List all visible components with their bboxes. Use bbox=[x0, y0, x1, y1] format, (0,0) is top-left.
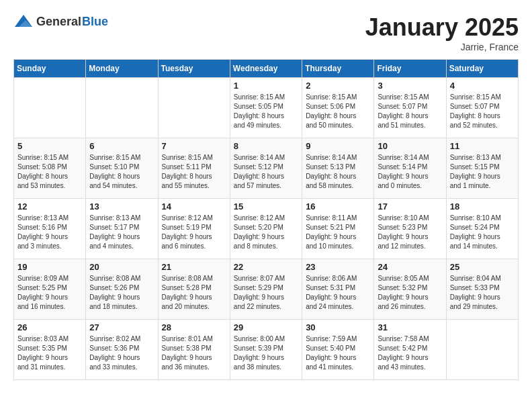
calendar-cell: 11Sunrise: 8:13 AM Sunset: 5:15 PM Dayli… bbox=[446, 138, 518, 199]
header: General Blue January 2025 Jarrie, France bbox=[13, 13, 519, 52]
day-info: Sunrise: 7:59 AM Sunset: 5:40 PM Dayligh… bbox=[306, 334, 370, 372]
week-row-4: 19Sunrise: 8:09 AM Sunset: 5:25 PM Dayli… bbox=[14, 259, 519, 320]
calendar-cell: 31Sunrise: 7:58 AM Sunset: 5:42 PM Dayli… bbox=[374, 320, 446, 380]
week-row-3: 12Sunrise: 8:13 AM Sunset: 5:16 PM Dayli… bbox=[14, 199, 519, 259]
day-number: 2 bbox=[306, 81, 370, 91]
calendar-cell: 12Sunrise: 8:13 AM Sunset: 5:16 PM Dayli… bbox=[14, 199, 86, 259]
header-row: SundayMondayTuesdayWednesdayThursdayFrid… bbox=[14, 60, 519, 78]
calendar-cell: 8Sunrise: 8:14 AM Sunset: 5:12 PM Daylig… bbox=[230, 138, 302, 199]
day-info: Sunrise: 8:12 AM Sunset: 5:19 PM Dayligh… bbox=[162, 214, 226, 251]
day-number: 13 bbox=[89, 201, 154, 212]
calendar-cell: 3Sunrise: 8:15 AM Sunset: 5:07 PM Daylig… bbox=[374, 78, 446, 138]
day-info: Sunrise: 8:10 AM Sunset: 5:24 PM Dayligh… bbox=[450, 214, 515, 251]
location: Jarrie, France bbox=[365, 42, 519, 52]
header-day-saturday: Saturday bbox=[446, 60, 518, 78]
calendar-cell: 20Sunrise: 8:08 AM Sunset: 5:26 PM Dayli… bbox=[86, 259, 158, 320]
day-info: Sunrise: 8:14 AM Sunset: 5:14 PM Dayligh… bbox=[378, 153, 442, 191]
day-info: Sunrise: 8:13 AM Sunset: 5:15 PM Dayligh… bbox=[450, 153, 515, 191]
calendar-cell: 19Sunrise: 8:09 AM Sunset: 5:25 PM Dayli… bbox=[14, 259, 86, 320]
calendar-cell: 9Sunrise: 8:14 AM Sunset: 5:13 PM Daylig… bbox=[302, 138, 374, 199]
day-info: Sunrise: 8:09 AM Sunset: 5:25 PM Dayligh… bbox=[17, 274, 82, 312]
calendar-cell: 26Sunrise: 8:03 AM Sunset: 5:35 PM Dayli… bbox=[14, 320, 86, 380]
day-info: Sunrise: 8:13 AM Sunset: 5:16 PM Dayligh… bbox=[17, 214, 82, 251]
day-info: Sunrise: 8:14 AM Sunset: 5:12 PM Dayligh… bbox=[234, 153, 298, 191]
calendar-cell: 30Sunrise: 7:59 AM Sunset: 5:40 PM Dayli… bbox=[302, 320, 374, 380]
header-day-tuesday: Tuesday bbox=[158, 60, 230, 78]
calendar-cell: 29Sunrise: 8:00 AM Sunset: 5:39 PM Dayli… bbox=[230, 320, 302, 380]
header-day-sunday: Sunday bbox=[14, 60, 86, 78]
logo: General Blue bbox=[13, 13, 108, 30]
day-info: Sunrise: 8:03 AM Sunset: 5:35 PM Dayligh… bbox=[17, 334, 82, 372]
day-number: 1 bbox=[234, 81, 298, 91]
calendar-cell: 14Sunrise: 8:12 AM Sunset: 5:19 PM Dayli… bbox=[158, 199, 230, 259]
logo-text-general: General bbox=[36, 15, 81, 29]
day-info: Sunrise: 8:07 AM Sunset: 5:29 PM Dayligh… bbox=[234, 274, 298, 312]
day-number: 21 bbox=[162, 262, 226, 272]
calendar-cell: 21Sunrise: 8:08 AM Sunset: 5:28 PM Dayli… bbox=[158, 259, 230, 320]
week-row-2: 5Sunrise: 8:15 AM Sunset: 5:08 PM Daylig… bbox=[14, 138, 519, 199]
day-number: 14 bbox=[162, 201, 226, 212]
day-number: 11 bbox=[450, 141, 515, 151]
day-info: Sunrise: 8:15 AM Sunset: 5:05 PM Dayligh… bbox=[234, 93, 298, 130]
calendar-cell: 2Sunrise: 8:15 AM Sunset: 5:06 PM Daylig… bbox=[302, 78, 374, 138]
title-area: January 2025 Jarrie, France bbox=[365, 13, 519, 52]
day-info: Sunrise: 8:15 AM Sunset: 5:07 PM Dayligh… bbox=[378, 93, 442, 130]
day-info: Sunrise: 8:02 AM Sunset: 5:36 PM Dayligh… bbox=[89, 334, 154, 372]
day-info: Sunrise: 8:15 AM Sunset: 5:08 PM Dayligh… bbox=[17, 153, 82, 191]
header-day-wednesday: Wednesday bbox=[230, 60, 302, 78]
day-info: Sunrise: 8:15 AM Sunset: 5:10 PM Dayligh… bbox=[89, 153, 154, 191]
day-number: 18 bbox=[450, 201, 515, 212]
day-number: 24 bbox=[378, 262, 442, 272]
calendar-cell: 28Sunrise: 8:01 AM Sunset: 5:38 PM Dayli… bbox=[158, 320, 230, 380]
day-number: 12 bbox=[17, 201, 82, 212]
calendar-cell: 6Sunrise: 8:15 AM Sunset: 5:10 PM Daylig… bbox=[86, 138, 158, 199]
month-title: January 2025 bbox=[365, 13, 519, 42]
day-number: 4 bbox=[450, 81, 515, 91]
day-number: 25 bbox=[450, 262, 515, 272]
day-number: 27 bbox=[89, 322, 154, 332]
day-info: Sunrise: 8:06 AM Sunset: 5:31 PM Dayligh… bbox=[306, 274, 370, 312]
day-number: 5 bbox=[17, 141, 82, 151]
calendar-cell: 16Sunrise: 8:11 AM Sunset: 5:21 PM Dayli… bbox=[302, 199, 374, 259]
day-info: Sunrise: 8:15 AM Sunset: 5:11 PM Dayligh… bbox=[162, 153, 226, 191]
day-number: 28 bbox=[162, 322, 226, 332]
day-info: Sunrise: 8:01 AM Sunset: 5:38 PM Dayligh… bbox=[162, 334, 226, 372]
day-number: 26 bbox=[17, 322, 82, 332]
day-number: 16 bbox=[306, 201, 370, 212]
day-info: Sunrise: 8:13 AM Sunset: 5:17 PM Dayligh… bbox=[89, 214, 154, 251]
day-info: Sunrise: 8:08 AM Sunset: 5:26 PM Dayligh… bbox=[89, 274, 154, 312]
header-day-thursday: Thursday bbox=[302, 60, 374, 78]
day-number: 17 bbox=[378, 201, 442, 212]
week-row-1: 1Sunrise: 8:15 AM Sunset: 5:05 PM Daylig… bbox=[14, 78, 519, 138]
day-number: 9 bbox=[306, 141, 370, 151]
day-info: Sunrise: 8:12 AM Sunset: 5:20 PM Dayligh… bbox=[234, 214, 298, 251]
calendar-cell: 23Sunrise: 8:06 AM Sunset: 5:31 PM Dayli… bbox=[302, 259, 374, 320]
calendar-cell: 17Sunrise: 8:10 AM Sunset: 5:23 PM Dayli… bbox=[374, 199, 446, 259]
day-info: Sunrise: 8:00 AM Sunset: 5:39 PM Dayligh… bbox=[234, 334, 298, 372]
calendar-cell: 4Sunrise: 8:15 AM Sunset: 5:07 PM Daylig… bbox=[446, 78, 518, 138]
header-day-monday: Monday bbox=[86, 60, 158, 78]
calendar-cell: 22Sunrise: 8:07 AM Sunset: 5:29 PM Dayli… bbox=[230, 259, 302, 320]
logo-text-blue: Blue bbox=[82, 15, 108, 29]
day-info: Sunrise: 8:11 AM Sunset: 5:21 PM Dayligh… bbox=[306, 214, 370, 251]
day-info: Sunrise: 8:05 AM Sunset: 5:32 PM Dayligh… bbox=[378, 274, 442, 312]
calendar-cell: 15Sunrise: 8:12 AM Sunset: 5:20 PM Dayli… bbox=[230, 199, 302, 259]
logo-icon bbox=[13, 13, 34, 30]
day-info: Sunrise: 7:58 AM Sunset: 5:42 PM Dayligh… bbox=[378, 334, 442, 372]
week-row-5: 26Sunrise: 8:03 AM Sunset: 5:35 PM Dayli… bbox=[14, 320, 519, 380]
day-number: 20 bbox=[89, 262, 154, 272]
day-number: 29 bbox=[234, 322, 298, 332]
calendar-cell: 10Sunrise: 8:14 AM Sunset: 5:14 PM Dayli… bbox=[374, 138, 446, 199]
day-number: 7 bbox=[162, 141, 226, 151]
calendar-cell bbox=[86, 78, 158, 138]
day-info: Sunrise: 8:15 AM Sunset: 5:07 PM Dayligh… bbox=[450, 93, 515, 130]
day-number: 23 bbox=[306, 262, 370, 272]
calendar-cell bbox=[14, 78, 86, 138]
calendar-cell: 24Sunrise: 8:05 AM Sunset: 5:32 PM Dayli… bbox=[374, 259, 446, 320]
calendar-cell bbox=[158, 78, 230, 138]
calendar-cell: 1Sunrise: 8:15 AM Sunset: 5:05 PM Daylig… bbox=[230, 78, 302, 138]
calendar-cell: 18Sunrise: 8:10 AM Sunset: 5:24 PM Dayli… bbox=[446, 199, 518, 259]
day-number: 30 bbox=[306, 322, 370, 332]
day-info: Sunrise: 8:10 AM Sunset: 5:23 PM Dayligh… bbox=[378, 214, 442, 251]
calendar-cell: 27Sunrise: 8:02 AM Sunset: 5:36 PM Dayli… bbox=[86, 320, 158, 380]
